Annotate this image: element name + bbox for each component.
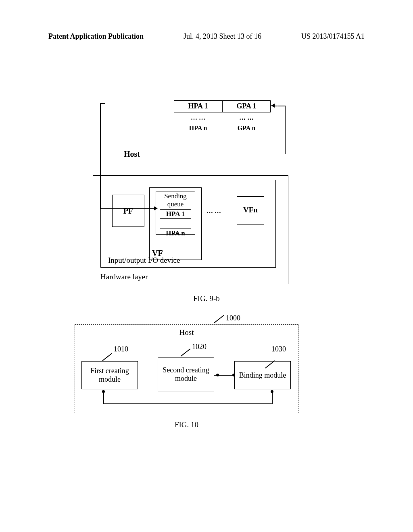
pub-number: US 2013/0174155 A1 <box>301 32 365 41</box>
sheet-info: Jul. 4, 2013 Sheet 13 of 16 <box>184 32 261 41</box>
dot-mod3-bottom <box>271 390 273 393</box>
vfn-box: VFn <box>237 196 264 224</box>
hpa-ellipsis: … … <box>174 112 222 123</box>
center-ellipsis: … … <box>206 208 221 215</box>
hardware-layer-label: Hardware layer <box>100 272 148 281</box>
binding-module-box: Binding module <box>234 361 291 389</box>
address-table: HPA 1 GPA 1 … … … … HPA n GPA n <box>174 100 271 133</box>
bus-v3 <box>272 391 273 403</box>
dot-mod3-left <box>232 374 235 376</box>
host-title: Host <box>75 328 298 337</box>
arrow-to-gpa1 <box>274 106 285 106</box>
host-label: Host <box>124 150 140 159</box>
io-device-block: PF Sending queue HPA 1 HPA n VF … … VFn … <box>100 180 276 268</box>
arrow-hpa-down-v <box>100 103 101 209</box>
ref-1000: 1000 <box>226 314 240 322</box>
hpan-label: HPA n <box>174 123 222 133</box>
arrow-to-gpa1-v <box>285 106 286 154</box>
sending-queue-box: Sending queue HPA 1 HPA n <box>156 191 195 235</box>
io-device-label: Input/output I/O device <box>108 256 180 265</box>
lead-1000 <box>214 315 224 323</box>
arrow-head-gpa1-icon <box>271 104 275 108</box>
host-dashed-box: Host 1010 1020 1030 First creating modul… <box>75 324 298 413</box>
pub-label: Patent Application Publication <box>48 32 144 41</box>
binding-module-label: Binding module <box>235 371 290 380</box>
first-creating-module-label: First creating module <box>82 367 138 384</box>
first-creating-module-box: First creating module <box>81 361 138 389</box>
gpa1-header: GPA 1 <box>222 100 271 112</box>
figure-10: 1000 Host 1010 1020 1030 First creating … <box>75 324 298 429</box>
figure-9b-caption: FIG. 9-b <box>0 294 413 303</box>
gpa-ellipsis: … … <box>222 112 271 123</box>
dot-mod2-right <box>216 374 219 376</box>
ref-1010: 1010 <box>114 345 128 353</box>
bus-v1 <box>103 391 104 403</box>
arrow-hpa-down-h2 <box>100 208 154 209</box>
arrow-hpa-down-h1 <box>100 103 105 104</box>
bus-line <box>103 403 273 404</box>
second-creating-module-label: Second creating module <box>158 366 214 383</box>
arrow-head-hpa-icon <box>154 206 158 210</box>
lead-1020 <box>181 349 191 357</box>
dot-mod1-bottom <box>102 390 105 393</box>
vf-box: Sending queue HPA 1 HPA n VF <box>149 187 202 260</box>
ref-1030: 1030 <box>271 345 286 353</box>
pf-box: PF <box>112 195 144 227</box>
second-creating-module-box: Second creating module <box>158 357 214 391</box>
host-block: HPA 1 GPA 1 … … … … HPA n GPA n Host <box>105 97 278 171</box>
lead-1010 <box>102 353 113 361</box>
gpan-label: GPA n <box>222 123 271 133</box>
figure-10-caption: FIG. 10 <box>75 420 298 429</box>
hpan-cell: HPA n <box>160 229 191 238</box>
sending-queue-label: Sending queue <box>156 191 195 208</box>
figure-9b: HPA 1 GPA 1 … … … … HPA n GPA n Host PF … <box>93 97 290 284</box>
hardware-layer-block: PF Sending queue HPA 1 HPA n VF … … VFn … <box>93 175 288 284</box>
page-header: Patent Application Publication Jul. 4, 2… <box>0 32 413 41</box>
ref-1020: 1020 <box>192 343 206 351</box>
hpa1-cell: HPA 1 <box>160 209 191 219</box>
hpa1-header: HPA 1 <box>174 100 222 112</box>
